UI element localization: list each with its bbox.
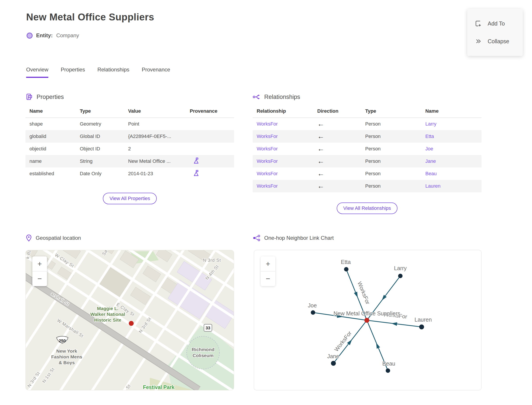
col-header-relationship: Relationship xyxy=(253,108,315,118)
prop-name: established xyxy=(26,168,78,180)
entity-link[interactable]: Jane xyxy=(425,158,436,164)
prop-provenance xyxy=(187,168,234,180)
entity-link[interactable]: Etta xyxy=(425,134,434,139)
table-row: WorksFor ← Person Etta xyxy=(253,130,481,143)
table-row: WorksFor ← Person Larry xyxy=(253,118,481,130)
tab-overview[interactable]: Overview xyxy=(26,67,48,78)
tab-properties[interactable]: Properties xyxy=(61,67,85,78)
poi-label: Historic Site xyxy=(94,317,121,323)
link-chart-section-title: One-hop Neighbor Link Chart xyxy=(264,235,334,241)
add-to-icon xyxy=(475,20,482,27)
poi-label: & Boys xyxy=(59,360,75,365)
rel-type: Person xyxy=(363,180,423,192)
prop-provenance xyxy=(187,155,234,168)
relationships-panel: Relationships Relationship Direction Typ… xyxy=(253,93,481,214)
zoom-in-button[interactable]: + xyxy=(261,256,275,271)
graph-node-jane[interactable] xyxy=(331,361,336,366)
zoom-in-button[interactable]: + xyxy=(32,256,47,271)
node-label: Lauren xyxy=(414,317,432,323)
prop-type: Object ID xyxy=(78,143,126,155)
location-marker[interactable] xyxy=(129,321,134,326)
col-header-type: Type xyxy=(363,108,423,118)
prop-name: globalid xyxy=(26,130,78,143)
chevrons-right-icon xyxy=(475,38,482,45)
direction-arrow: ← xyxy=(317,145,324,153)
provenance-flag-icon[interactable] xyxy=(193,170,200,176)
prop-value: 2 xyxy=(126,143,187,155)
view-all-properties-button[interactable]: View All Properties xyxy=(103,193,157,204)
properties-section-header: Properties xyxy=(26,93,234,101)
col-header-type: Type xyxy=(78,108,126,118)
prop-provenance xyxy=(187,118,234,130)
poi-label: Festival Park xyxy=(143,384,174,390)
direction-arrow: ← xyxy=(317,132,324,140)
rel-type: Person xyxy=(363,143,423,155)
prop-type: String xyxy=(78,155,126,168)
direction-arrow: ← xyxy=(317,169,324,177)
entity-link[interactable]: Joe xyxy=(425,146,433,151)
svg-text:33: 33 xyxy=(206,326,210,330)
poi-label: Walker National xyxy=(90,312,125,317)
prop-type: Geometry xyxy=(78,118,126,130)
edge-label: WorksFor xyxy=(356,281,371,305)
relationships-section-header: Relationships xyxy=(253,93,481,101)
entity-row: Entity: Company xyxy=(27,32,79,39)
direction-arrow: ← xyxy=(317,157,324,165)
entity-link[interactable]: Lauren xyxy=(425,183,441,189)
prop-provenance xyxy=(187,143,234,155)
prop-provenance xyxy=(187,130,234,143)
page-title: New Metal Office Suppliers xyxy=(26,12,154,23)
relationships-table: Relationship Direction Type Name WorksFo… xyxy=(253,108,481,192)
table-row: WorksFor ← Person Beau xyxy=(253,168,481,180)
properties-section-title: Properties xyxy=(37,94,64,101)
relationship-link[interactable]: WorksFor xyxy=(257,171,278,176)
map-canvas: k Rd W Clay St Sa arshall St W Marshall … xyxy=(26,250,234,390)
col-header-direction: Direction xyxy=(315,108,363,118)
poi-label: New York xyxy=(56,348,77,354)
chart-zoom-control: + − xyxy=(261,256,275,286)
relationship-link[interactable]: WorksFor xyxy=(257,183,278,189)
rel-type: Person xyxy=(363,155,423,168)
link-chart-section-header: One-hop Neighbor Link Chart xyxy=(253,234,334,242)
poi-label: Fashion Mens xyxy=(51,354,82,359)
provenance-flag-icon[interactable] xyxy=(193,157,200,164)
tab-provenance[interactable]: Provenance xyxy=(142,67,170,78)
zoom-out-button[interactable]: − xyxy=(261,271,275,286)
tab-relationships[interactable]: Relationships xyxy=(97,67,129,78)
graph-node-etta[interactable] xyxy=(344,267,348,271)
graph-node-joe[interactable] xyxy=(311,310,315,315)
graph-node-center[interactable] xyxy=(364,318,369,323)
poi-label: Maggie L. xyxy=(97,306,119,311)
graph-node-beau[interactable] xyxy=(386,368,390,373)
zoom-out-button[interactable]: − xyxy=(32,271,47,286)
entity-type-icon xyxy=(27,33,33,39)
poi-label: Coliseum xyxy=(193,353,214,358)
poi-label: Richmond xyxy=(192,347,215,352)
collapse-button[interactable]: Collapse xyxy=(467,35,523,47)
graph-node-lauren[interactable] xyxy=(419,324,424,329)
col-header-provenance: Provenance xyxy=(187,108,234,118)
geospatial-section-title: Geospatial location xyxy=(36,235,81,241)
relationship-link[interactable]: WorksFor xyxy=(257,146,278,151)
geospatial-map[interactable]: k Rd W Clay St Sa arshall St W Marshall … xyxy=(26,250,234,390)
rel-type: Person xyxy=(363,168,423,180)
node-label: Larry xyxy=(394,265,407,271)
entity-link[interactable]: Beau xyxy=(425,171,437,176)
geospatial-section-header: Geospatial location xyxy=(26,234,81,242)
prop-type: Date Only xyxy=(78,168,126,180)
prop-value: Point xyxy=(126,118,187,130)
relationship-link[interactable]: WorksFor xyxy=(257,121,278,127)
graph-node-larry[interactable] xyxy=(398,274,403,278)
view-all-relationships-button[interactable]: View All Relationships xyxy=(337,202,398,214)
prop-name: shape xyxy=(26,118,78,130)
table-row: shape Geometry Point xyxy=(26,118,234,130)
relationship-link[interactable]: WorksFor xyxy=(257,134,278,139)
entity-link[interactable]: Larry xyxy=(425,121,436,127)
relationships-section-title: Relationships xyxy=(264,94,300,101)
add-to-button[interactable]: Add To xyxy=(467,18,523,29)
relationship-link[interactable]: WorksFor xyxy=(257,158,278,164)
entity-detail-page: New Metal Office Suppliers Entity: Compa… xyxy=(0,0,532,405)
collapse-label: Collapse xyxy=(488,38,509,45)
entity-label: Entity: xyxy=(36,32,53,39)
link-chart-panel[interactable]: WorksFor WorksFor WorksFor Etta Larry Jo… xyxy=(254,250,481,390)
